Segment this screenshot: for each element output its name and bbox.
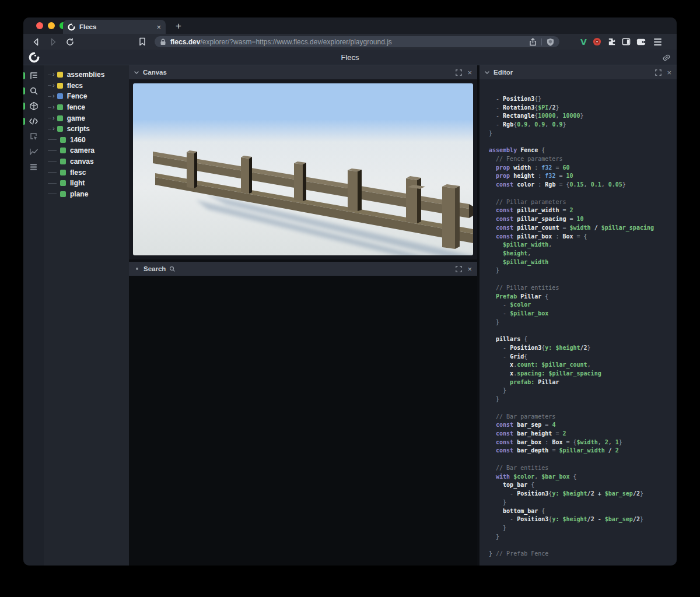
sidebar-item-Fence[interactable]: ›Fence [44, 91, 129, 102]
queries-rows-icon[interactable] [23, 159, 44, 174]
sidebar-item-label: light [70, 179, 85, 187]
browser-window: Flecs × + flecs.dev/explorer/?wasm=https… [23, 17, 677, 566]
bookmark-icon[interactable] [138, 37, 148, 47]
code-lines: - Position3{} - Rotation3{$PI/2} - Recta… [489, 95, 677, 566]
sidebar-item-label: flesc [70, 168, 86, 177]
sidebar-item-flesc[interactable]: flesc [44, 167, 129, 178]
address-bar[interactable]: flecs.dev/explorer/?wasm=https://www.fle… [155, 36, 559, 47]
entity-color-square [57, 115, 63, 121]
editor-panel-header[interactable]: Editor × [480, 65, 677, 79]
fullscreen-icon[interactable] [456, 69, 462, 76]
outliner-tree-icon[interactable] [23, 68, 44, 83]
entity-color-square [60, 137, 66, 143]
browser-tab-flecs[interactable]: Flecs × [63, 20, 166, 34]
share-icon[interactable] [529, 38, 537, 46]
expand-arrow-icon[interactable]: › [52, 125, 55, 132]
editor-panel-title: Editor [494, 69, 513, 76]
tab-title: Flecs [79, 23, 156, 30]
entity-color-square [57, 126, 63, 132]
canvas-panel-header[interactable]: Canvas × [129, 65, 477, 79]
expand-arrow-icon[interactable]: › [52, 82, 55, 89]
tree-guide-line [48, 172, 57, 173]
sidebar-item-label: plane [70, 190, 88, 198]
back-button[interactable] [32, 37, 41, 47]
forward-button[interactable] [48, 37, 58, 47]
red-extension-icon[interactable] [593, 37, 601, 46]
fence-render [133, 83, 473, 255]
sidebar-item-game[interactable]: ›game [44, 113, 129, 124]
fullscreen-icon[interactable] [655, 69, 662, 76]
sidebar-toggle-icon[interactable] [622, 37, 631, 46]
tree-guide-line [48, 85, 51, 86]
sidebar-item-label: canvas [70, 157, 94, 166]
sidebar-item-label: flecs [67, 82, 83, 90]
share-link-icon[interactable] [662, 53, 671, 62]
sidebar-item-canvas[interactable]: canvas [44, 156, 129, 167]
canvas-panel-title: Canvas [143, 69, 167, 76]
entity-color-square [60, 170, 66, 175]
sidebar-item-camera[interactable]: camera [44, 145, 129, 156]
tree-guide-line [48, 194, 57, 194]
collapse-chevron-icon[interactable] [485, 71, 489, 74]
vue-devtools-icon[interactable]: V [580, 37, 587, 47]
entity-color-square [60, 148, 66, 153]
app-header: Flecs [23, 50, 677, 65]
brave-shield-icon[interactable] [547, 38, 554, 46]
sidebar-item-flecs[interactable]: ›flecs [44, 80, 129, 92]
entity-color-square [60, 159, 66, 164]
search-icon[interactable] [23, 83, 44, 99]
panel-bullet-icon[interactable] [136, 268, 138, 270]
tree-guide-line [48, 183, 57, 184]
expand-arrow-icon[interactable]: › [52, 92, 55, 99]
collapse-chevron-icon[interactable] [134, 71, 139, 74]
sidebar-item-label: camera [70, 146, 94, 154]
expand-arrow-icon[interactable]: › [52, 71, 55, 78]
minimize-window-button[interactable] [48, 22, 55, 29]
sidebar-item-1460[interactable]: 1460 [44, 135, 129, 146]
search-magnifier-icon [169, 266, 176, 272]
new-tab-button[interactable]: + [172, 19, 186, 33]
entity-color-square [57, 72, 63, 78]
entity-color-square [60, 191, 66, 197]
scene-cube-icon[interactable] [23, 99, 44, 114]
close-panel-icon[interactable]: × [467, 69, 472, 76]
expand-arrow-icon[interactable]: › [52, 114, 55, 121]
tree-guide-line [48, 150, 57, 151]
search-panel-header[interactable]: Search × [129, 262, 477, 276]
sidebar-item-label: assemblies [67, 71, 105, 79]
close-panel-icon[interactable]: × [467, 265, 472, 273]
sidebar-item-light[interactable]: light [44, 178, 129, 189]
close-panel-icon[interactable]: × [667, 69, 671, 76]
inspector-icon[interactable] [23, 129, 44, 144]
sidebar-item-label: scripts [67, 125, 90, 133]
sidebar-item-plane[interactable]: plane [44, 189, 129, 200]
fullscreen-icon[interactable] [456, 266, 462, 272]
lock-icon[interactable] [160, 38, 166, 45]
tab-close-icon[interactable]: × [156, 23, 161, 31]
app-content: ›assemblies›flecs›Fence›fence›game›scrip… [23, 65, 677, 566]
3d-viewport[interactable] [133, 83, 473, 255]
tree-guide-line [48, 118, 51, 118]
close-window-button[interactable] [36, 22, 43, 29]
sidebar-item-fence[interactable]: ›fence [44, 102, 129, 113]
code-icon[interactable] [23, 114, 44, 129]
extensions-puzzle-icon[interactable] [607, 37, 616, 46]
entity-color-square [60, 180, 66, 186]
search-panel-title: Search [144, 265, 166, 272]
left-icon-rail [23, 65, 44, 566]
stats-chart-icon[interactable] [23, 144, 44, 159]
browser-menu-icon[interactable] [654, 38, 662, 45]
reload-button[interactable] [65, 37, 75, 47]
sidebar-item-label: 1460 [70, 136, 86, 144]
traffic-lights [36, 22, 66, 29]
tree-guide-line [48, 129, 51, 129]
expand-arrow-icon[interactable]: › [52, 103, 55, 110]
tree-guide-line [48, 107, 51, 108]
url-text: flecs.dev/explorer/?wasm=https://www.fle… [170, 38, 524, 46]
wallet-icon[interactable] [636, 38, 646, 46]
sidebar-item-assemblies[interactable]: ›assemblies [44, 69, 129, 80]
code-editor[interactable]: - Position3{} - Rotation3{$PI/2} - Recta… [480, 79, 677, 566]
sidebar-item-scripts[interactable]: ›scripts [44, 124, 129, 135]
tree-guide-line [48, 139, 57, 140]
flecs-favicon [68, 23, 75, 31]
